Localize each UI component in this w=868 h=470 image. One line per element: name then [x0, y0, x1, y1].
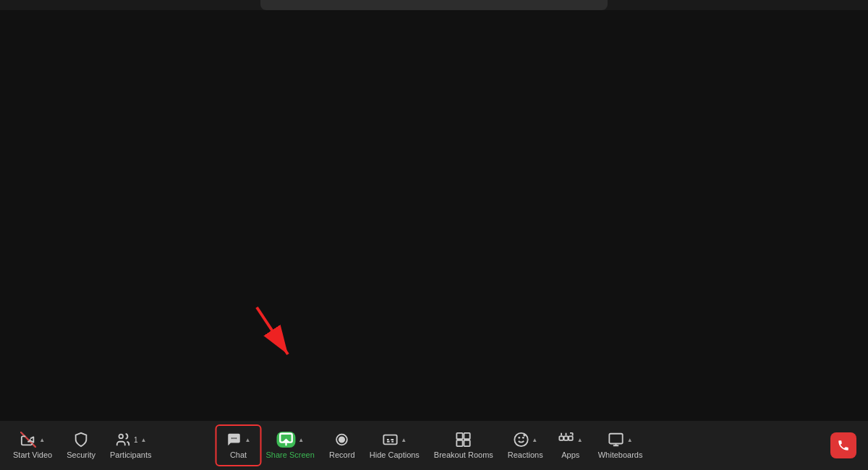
reactions-chevron[interactable]: ▲ [532, 437, 537, 443]
svg-rect-26 [564, 436, 569, 440]
apps-chevron[interactable]: ▲ [577, 437, 583, 443]
toolbar: ▲ Start Video Security 1 [0, 421, 868, 470]
whiteboards-label: Whiteboards [598, 450, 643, 459]
captions-icon [382, 432, 398, 448]
svg-rect-27 [569, 436, 573, 440]
whiteboards-chevron[interactable]: ▲ [627, 437, 633, 443]
record-label: Record [329, 450, 354, 459]
security-label: Security [67, 450, 95, 459]
main-content [0, 10, 868, 421]
svg-point-10 [339, 437, 344, 442]
chat-chevron[interactable]: ▲ [245, 437, 251, 443]
svg-rect-17 [464, 433, 470, 439]
svg-rect-32 [609, 434, 622, 444]
breakout-rooms-button[interactable]: Breakout Rooms [427, 427, 501, 463]
apps-icon-area: ▲ [558, 432, 583, 448]
chat-icon [226, 432, 242, 448]
security-button[interactable]: Security [59, 427, 103, 463]
hide-captions-label: Hide Captions [370, 450, 420, 459]
chat-icon-area: ▲ [226, 432, 251, 448]
end-icon [837, 439, 850, 452]
toolbar-left: ▲ Start Video Security 1 [6, 427, 158, 463]
record-icon [334, 432, 350, 448]
svg-point-6 [235, 437, 237, 439]
svg-rect-11 [383, 435, 396, 445]
video-off-icon [20, 432, 36, 448]
start-video-label: Start Video [13, 450, 52, 459]
record-button[interactable]: Record [322, 427, 362, 463]
participants-count: 1 [134, 436, 138, 444]
share-screen-label: Share Screen [266, 450, 315, 459]
svg-point-4 [231, 437, 233, 439]
toolbar-center: ▲ Chat ▲ Share Screen [218, 427, 650, 463]
top-bar [260, 0, 608, 10]
security-icon-area [73, 432, 89, 448]
reactions-label: Reactions [508, 450, 543, 459]
toolbar-right [830, 432, 862, 458]
share-screen-icon-area: ▲ [276, 432, 304, 448]
shield-icon [73, 432, 89, 448]
whiteboards-icon [608, 432, 624, 448]
record-icon-area [334, 432, 350, 448]
participants-icon [115, 432, 131, 448]
start-video-button[interactable]: ▲ Start Video [6, 427, 59, 463]
participants-button[interactable]: 1 ▲ Participants [103, 427, 158, 463]
share-screen-chevron[interactable]: ▲ [298, 437, 304, 443]
svg-rect-25 [560, 436, 564, 440]
chat-label: Chat [230, 450, 247, 459]
whiteboards-button[interactable]: ▲ Whiteboards [591, 427, 650, 463]
apps-icon [558, 432, 574, 448]
breakout-icon [456, 432, 472, 448]
breakout-icon-area [456, 432, 472, 448]
chat-button[interactable]: ▲ Chat [218, 427, 259, 463]
reactions-icon [513, 432, 529, 448]
end-button[interactable] [830, 432, 856, 458]
participants-chevron[interactable]: ▲ [141, 437, 147, 443]
svg-point-3 [119, 435, 123, 439]
reactions-icon-area: ▲ [513, 432, 537, 448]
breakout-rooms-label: Breakout Rooms [434, 450, 493, 459]
svg-rect-18 [457, 440, 463, 446]
share-screen-button[interactable]: ▲ Share Screen [259, 427, 322, 463]
captions-chevron[interactable]: ▲ [401, 437, 407, 443]
captions-icon-area: ▲ [382, 432, 407, 448]
participants-icon-area: 1 ▲ [115, 432, 146, 448]
share-screen-green-bg [276, 432, 295, 448]
reactions-button[interactable]: ▲ Reactions [501, 427, 550, 463]
svg-point-5 [233, 437, 234, 439]
participants-label: Participants [110, 450, 151, 459]
whiteboards-icon-area: ▲ [608, 432, 633, 448]
apps-button[interactable]: ▲ Apps [550, 427, 591, 463]
svg-rect-16 [457, 433, 463, 439]
start-video-chevron[interactable]: ▲ [39, 437, 45, 443]
apps-label: Apps [561, 450, 579, 459]
share-screen-icon [278, 432, 294, 448]
start-video-icon-area: ▲ [20, 432, 45, 448]
svg-rect-19 [464, 440, 470, 446]
hide-captions-button[interactable]: ▲ Hide Captions [362, 427, 427, 463]
